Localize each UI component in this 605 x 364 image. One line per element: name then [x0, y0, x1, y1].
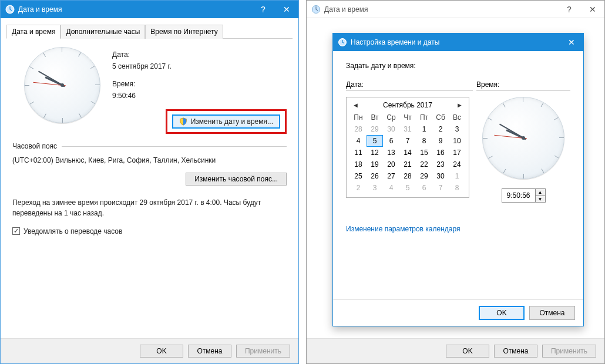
calendar-dow: Ср [383, 112, 399, 123]
modal-titlebar[interactable]: Настройка времени и даты ✕ [333, 33, 583, 51]
modal-heading: Задать дату и время: [346, 62, 570, 70]
apply-button[interactable]: Применить [236, 345, 290, 358]
cancel-button[interactable]: Отмена [529, 306, 575, 320]
tab-date-time[interactable]: Дата и время [6, 25, 60, 39]
calendar-day[interactable]: 22 [416, 159, 432, 170]
calendar-day[interactable]: 7 [399, 135, 416, 147]
help-button[interactable]: ? [557, 1, 581, 18]
notify-label: Уведомлять о переводе часов [23, 227, 122, 235]
ok-button[interactable]: OK [446, 345, 489, 358]
calendar-day[interactable]: 4 [383, 182, 399, 194]
calendar-day[interactable]: 14 [399, 147, 416, 159]
calendar-day[interactable]: 25 [350, 170, 367, 182]
calendar: ◄ Сентябрь 2017 ► ПнВтСрЧтПтСбВс 2829303… [346, 97, 469, 198]
calendar-day[interactable]: 1 [416, 123, 432, 135]
checkbox-icon: ✓ [12, 227, 20, 235]
calendar-day[interactable]: 20 [383, 159, 399, 170]
calendar-day[interactable]: 29 [367, 123, 383, 135]
calendar-day[interactable]: 31 [399, 123, 416, 135]
cancel-button[interactable]: Отмена [188, 345, 231, 358]
calendar-prev-button[interactable]: ◄ [350, 102, 361, 109]
close-button[interactable]: ✕ [275, 1, 298, 18]
calendar-day[interactable]: 19 [367, 159, 383, 170]
calendar-title: Сентябрь 2017 [383, 101, 432, 109]
calendar-day[interactable]: 30 [383, 123, 399, 135]
calendar-day[interactable]: 28 [399, 170, 416, 182]
calendar-day[interactable]: 5 [367, 135, 383, 147]
calendar-day[interactable]: 3 [367, 182, 383, 194]
calendar-day[interactable]: 30 [432, 170, 449, 182]
calendar-day[interactable]: 16 [432, 147, 449, 159]
time-up-button[interactable]: ▲ [536, 189, 545, 196]
ok-button[interactable]: OK [140, 345, 183, 358]
change-date-time-button[interactable]: Изменить дату и время... [172, 114, 280, 129]
apply-button[interactable]: Применить [542, 345, 596, 358]
modal-title: Настройка времени и даты [351, 38, 560, 46]
calendar-day[interactable]: 4 [350, 135, 367, 147]
calendar-dow: Сб [432, 112, 449, 123]
window-title: Дата и время [324, 5, 557, 14]
modal-footer: OK Отмена [333, 299, 583, 326]
date-value: 5 сентября 2017 г. [112, 62, 287, 70]
time-down-button[interactable]: ▼ [536, 196, 545, 202]
shield-icon [179, 117, 187, 126]
tab-additional-clocks[interactable]: Дополнительные часы [60, 25, 145, 39]
calendar-dow: Вт [367, 112, 383, 123]
titlebar-inactive[interactable]: Дата и время ? ✕ [307, 1, 604, 18]
change-date-time-highlight: Изменить дату и время... [166, 109, 287, 134]
calendar-day[interactable]: 2 [432, 123, 449, 135]
calendar-day[interactable]: 13 [383, 147, 399, 159]
time-input[interactable] [502, 189, 535, 202]
tab-internet-time[interactable]: Время по Интернету [145, 25, 223, 39]
ok-button[interactable]: OK [479, 306, 525, 320]
calendar-day[interactable]: 8 [449, 182, 465, 194]
calendar-day[interactable]: 21 [399, 159, 416, 170]
clock-icon [5, 5, 15, 14]
calendar-day[interactable]: 23 [432, 159, 449, 170]
time-value: 9:50:46 [112, 92, 287, 100]
calendar-day[interactable]: 15 [416, 147, 432, 159]
calendar-day[interactable]: 10 [449, 135, 465, 147]
calendar-day[interactable]: 2 [350, 182, 367, 194]
calendar-day[interactable]: 11 [350, 147, 367, 159]
help-button[interactable]: ? [251, 1, 275, 18]
calendar-day[interactable]: 9 [432, 135, 449, 147]
calendar-day[interactable]: 12 [367, 147, 383, 159]
calendar-day[interactable]: 28 [350, 123, 367, 135]
calendar-day[interactable]: 8 [416, 135, 432, 147]
calendar-dow: Чт [399, 112, 416, 123]
calendar-day[interactable]: 18 [350, 159, 367, 170]
calendar-day[interactable]: 17 [449, 147, 465, 159]
calendar-dow: Вс [449, 112, 465, 123]
timezone-section-label: Часовой пояс [12, 142, 57, 150]
calendar-day[interactable]: 29 [416, 170, 432, 182]
calendar-day[interactable]: 7 [432, 182, 449, 194]
calendar-day[interactable]: 27 [383, 170, 399, 182]
date-label: Дата: [112, 50, 287, 59]
calendar-day[interactable]: 6 [416, 182, 432, 194]
clock-icon [338, 38, 347, 47]
clock-icon [311, 5, 321, 14]
calendar-day[interactable]: 3 [449, 123, 465, 135]
calendar-next-button[interactable]: ► [454, 102, 465, 109]
dialog-footer: OK Отмена Применить [1, 338, 298, 363]
calendar-day[interactable]: 24 [449, 159, 465, 170]
calendar-day[interactable]: 1 [449, 170, 465, 182]
calendar-day[interactable]: 26 [367, 170, 383, 182]
close-button[interactable]: ✕ [560, 33, 583, 51]
close-button[interactable]: ✕ [581, 1, 604, 18]
cancel-button[interactable]: Отмена [494, 345, 537, 358]
titlebar[interactable]: Дата и время ? ✕ [1, 1, 298, 18]
tabs: Дата и время Дополнительные часы Время п… [6, 24, 293, 39]
calendar-day[interactable]: 5 [399, 182, 416, 194]
change-date-time-label: Изменить дату и время... [191, 117, 273, 126]
calendar-day[interactable]: 6 [383, 135, 399, 147]
notify-checkbox[interactable]: ✓ Уведомлять о переводе часов [12, 227, 122, 235]
dialog-footer: OK Отмена Применить [307, 338, 604, 363]
calendar-dow: Пт [416, 112, 432, 123]
calendar-settings-link[interactable]: Изменение параметров календаря [346, 225, 461, 233]
time-spinner[interactable]: ▲ ▼ [502, 188, 546, 203]
time-label: Время: [112, 80, 287, 88]
change-timezone-button[interactable]: Изменить часовой пояс... [186, 173, 287, 186]
modal-date-label: Дата: [346, 80, 364, 89]
